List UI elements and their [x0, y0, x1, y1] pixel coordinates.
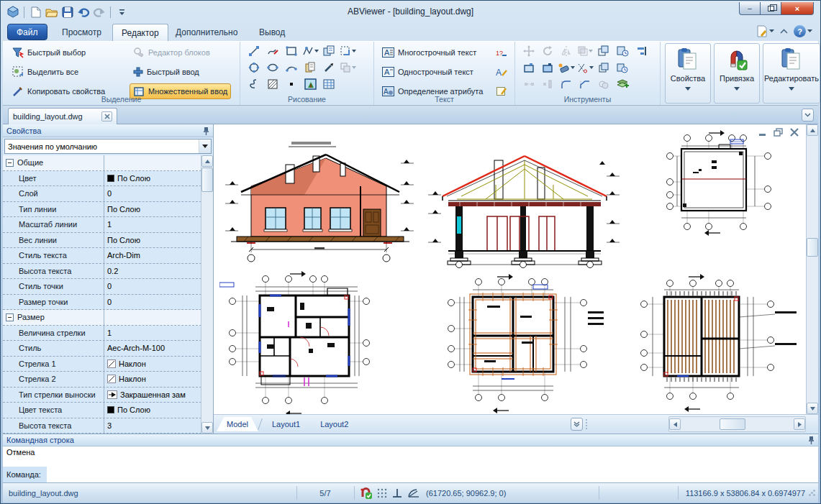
tool-sketch-icon[interactable]: [263, 44, 282, 58]
grid-toggle-icon[interactable]: [377, 488, 387, 498]
quick-select-button[interactable]: Быстрый выбор: [9, 45, 89, 60]
close-button[interactable]: ×: [781, 2, 814, 15]
scroll-right-icon[interactable]: [794, 418, 805, 430]
snap-toggle-icon[interactable]: [360, 487, 372, 499]
tool-history-icon[interactable]: [613, 60, 632, 75]
property-row-arrow2[interactable]: Стрелка 2Наклон: [3, 372, 201, 388]
property-row-linetype[interactable]: Тип линииПо Слою: [3, 202, 201, 218]
block-editor-button[interactable]: Редактор блоков: [130, 45, 214, 60]
tool-point-icon[interactable]: [282, 77, 301, 91]
help-icon[interactable]: ?: [794, 25, 812, 37]
tool-circle-icon[interactable]: [245, 60, 263, 75]
multiline-text-button[interactable]: A Многострочный текст 1?: [378, 45, 511, 60]
tool-ellipse-icon[interactable]: [263, 60, 282, 75]
tool-make-region-icon[interactable]: [520, 60, 538, 75]
tool-polyline-icon[interactable]: [301, 44, 319, 58]
close-document-icon[interactable]: [101, 111, 112, 122]
tab-file[interactable]: Файл: [7, 24, 47, 40]
property-group-row[interactable]: Общие: [3, 155, 201, 171]
property-row-pointstyle[interactable]: Стиль точки0: [3, 279, 201, 295]
drawing-canvas[interactable]: Model Layout1 Layout2: [214, 124, 818, 434]
scroll-up-icon[interactable]: [201, 155, 213, 167]
tab-model[interactable]: Model: [217, 417, 258, 431]
document-tab[interactable]: building_layout.dwg: [8, 108, 117, 124]
minimize-button[interactable]: −: [739, 2, 761, 15]
property-row-linescale[interactable]: Масштаб линии1: [3, 217, 201, 233]
tool-erase-icon[interactable]: [557, 60, 576, 75]
tool-join-icon[interactable]: [520, 77, 538, 91]
property-row-pointsize[interactable]: Размер точки0: [3, 295, 201, 311]
property-row-textheight[interactable]: Высота текста0.2: [3, 264, 201, 280]
property-row-leaderarrow[interactable]: Тип стрелки выноскиЗакрашенная зам: [3, 388, 201, 403]
tool-clip-icon[interactable]: [338, 44, 357, 58]
tool-table-icon[interactable]: [319, 77, 338, 91]
property-row-textstyle[interactable]: Стиль текстаArch-Dim: [3, 248, 201, 264]
properties-big-button[interactable]: Свойства: [665, 43, 711, 104]
tool-group-icon[interactable]: [338, 60, 357, 75]
tool-copy-block-icon[interactable]: [301, 60, 319, 75]
tool-insert-block-icon[interactable]: [319, 44, 338, 58]
scrollbar-thumb[interactable]: [720, 418, 745, 430]
property-row-color[interactable]: ЦветПо Слою: [3, 171, 201, 187]
layout-list-chevron-icon[interactable]: [571, 418, 583, 431]
tool-fillet-icon[interactable]: [557, 77, 576, 91]
snap-big-button[interactable]: Привязка: [714, 43, 760, 104]
tool-copy-objects-icon[interactable]: [594, 44, 613, 58]
tool-move-icon[interactable]: [520, 44, 538, 58]
collapse-group-icon[interactable]: [6, 313, 14, 321]
tool-copy-icon[interactable]: [594, 60, 613, 75]
restore-button[interactable]: [761, 2, 781, 15]
tab-editor[interactable]: Редактор: [112, 24, 168, 41]
child-restore-icon[interactable]: [774, 128, 784, 137]
collapse-group-icon[interactable]: [6, 159, 14, 167]
property-row-layer[interactable]: Слой0: [3, 186, 201, 202]
tab-output[interactable]: Вывод: [250, 24, 294, 41]
properties-scrollbar[interactable]: [201, 155, 213, 434]
collapse-ribbon-icon[interactable]: [780, 29, 788, 35]
tool-image-icon[interactable]: [301, 77, 319, 91]
tool-spline-icon[interactable]: [245, 77, 263, 91]
command-input[interactable]: [47, 467, 818, 482]
tool-align-icon[interactable]: [632, 44, 650, 58]
property-row-arrowsize[interactable]: Величина стрелки1: [3, 326, 201, 342]
ortho-toggle-icon[interactable]: [392, 488, 402, 498]
property-group-row[interactable]: Размер: [3, 310, 201, 326]
tool-arc-icon[interactable]: [282, 60, 301, 75]
tab-list-chevron-icon[interactable]: [802, 109, 814, 122]
tool-chamfer-icon[interactable]: [576, 77, 594, 91]
scrollbar-thumb[interactable]: [807, 238, 818, 257]
select-all-button[interactable]: Выделить все: [9, 64, 82, 80]
resize-grip[interactable]: [809, 483, 815, 503]
tool-line-icon[interactable]: [245, 44, 263, 58]
tab-advanced[interactable]: Дополнительно: [167, 24, 246, 41]
polar-tracking-icon[interactable]: [407, 488, 419, 498]
style-edit-icon[interactable]: [756, 25, 774, 37]
scroll-down-icon[interactable]: [201, 422, 213, 434]
tool-trim-icon[interactable]: [576, 60, 594, 75]
splitter-grip[interactable]: [586, 419, 587, 429]
child-minimize-icon[interactable]: [758, 128, 768, 137]
quick-input-button[interactable]: Быстрый ввод: [130, 64, 203, 80]
pin-icon[interactable]: [203, 127, 209, 135]
tool-marker-icon[interactable]: [319, 60, 338, 75]
canvas-horizontal-scrollbar[interactable]: [668, 416, 806, 432]
property-row-textheight2[interactable]: Высота текста3: [3, 418, 201, 434]
pin-icon[interactable]: [808, 436, 815, 444]
tool-break-icon[interactable]: [538, 77, 557, 91]
default-values-combobox[interactable]: Значения по умолчанию: [4, 139, 212, 154]
property-row-arrow1[interactable]: Стрелка 1Наклон: [3, 357, 201, 372]
tab-layout2[interactable]: Layout2: [310, 417, 358, 431]
scroll-left-icon[interactable]: [669, 418, 681, 430]
edit-big-button[interactable]: Редактировать: [763, 43, 820, 104]
scroll-down-icon[interactable]: [807, 403, 818, 414]
tool-explode-region-icon[interactable]: [538, 60, 557, 75]
property-row-dimstyle[interactable]: СтильAec-Arch-M-100: [3, 341, 201, 357]
tool-rectangle-icon[interactable]: [282, 44, 301, 58]
tool-hatch-icon[interactable]: [263, 77, 282, 91]
tool-rotate-icon[interactable]: [538, 44, 557, 58]
singleline-text-button[interactable]: A Однострочный текст A: [378, 64, 511, 80]
canvas-vertical-scrollbar[interactable]: [806, 124, 818, 414]
tool-add-layer-icon[interactable]: [613, 77, 632, 91]
tool-block-history-icon[interactable]: [613, 44, 632, 58]
tab-layout1[interactable]: Layout1: [262, 417, 310, 431]
